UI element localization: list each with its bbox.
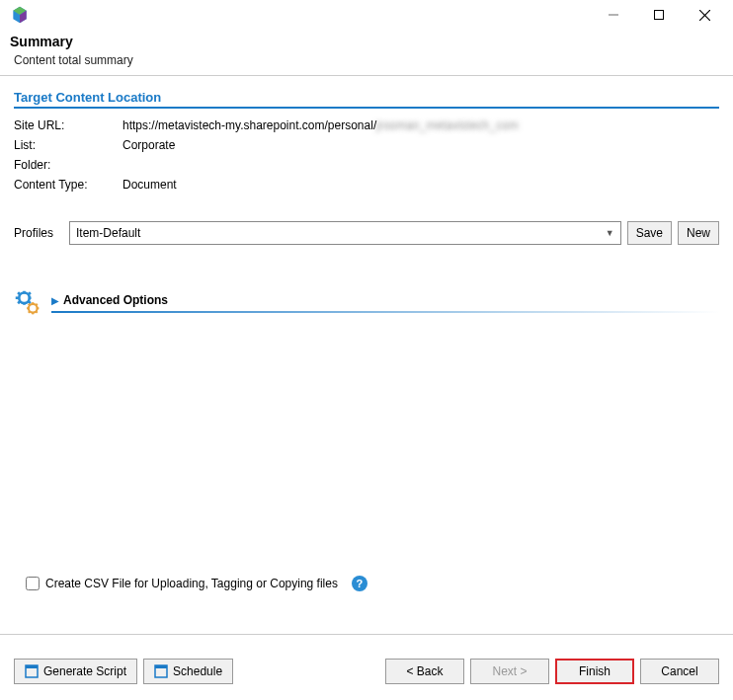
list-row: List: Corporate bbox=[14, 138, 719, 152]
advanced-options-label: Advanced Options bbox=[63, 293, 168, 307]
site-url-visible: https://metavistech-my.sharepoint.com/pe… bbox=[122, 118, 376, 132]
profiles-selected-value: Item-Default bbox=[76, 226, 140, 240]
list-label: List: bbox=[14, 138, 122, 152]
window-controls bbox=[591, 0, 727, 30]
target-section-title: Target Content Location bbox=[14, 90, 719, 109]
profiles-select[interactable]: Item-Default ▼ bbox=[69, 221, 621, 245]
cancel-button[interactable]: Cancel bbox=[640, 659, 719, 684]
new-button[interactable]: New bbox=[678, 221, 719, 245]
svg-rect-17 bbox=[32, 302, 34, 304]
titlebar bbox=[0, 0, 733, 30]
content-area: Target Content Location Site URL: https:… bbox=[0, 76, 733, 317]
footer: Generate Script Schedule < Back Next > F… bbox=[14, 659, 719, 684]
profiles-label: Profiles bbox=[14, 226, 63, 240]
svg-rect-19 bbox=[27, 307, 29, 309]
generate-script-button[interactable]: Generate Script bbox=[14, 659, 137, 684]
svg-rect-11 bbox=[29, 296, 32, 299]
svg-rect-9 bbox=[23, 302, 26, 305]
svg-rect-26 bbox=[26, 665, 38, 668]
list-value: Corporate bbox=[122, 138, 175, 152]
minimize-button[interactable] bbox=[591, 0, 636, 30]
advanced-options-row: ▶ Advanced Options bbox=[14, 289, 719, 317]
close-button[interactable] bbox=[682, 0, 727, 30]
csv-checkbox-row: Create CSV File for Uploading, Tagging o… bbox=[26, 576, 367, 591]
app-logo-icon bbox=[10, 5, 30, 25]
gears-icon bbox=[14, 289, 41, 317]
folder-row: Folder: bbox=[14, 158, 719, 172]
page-subtitle: Content total summary bbox=[14, 53, 723, 67]
svg-rect-18 bbox=[32, 312, 34, 314]
site-url-label: Site URL: bbox=[14, 118, 122, 132]
schedule-icon bbox=[154, 664, 168, 678]
svg-rect-10 bbox=[16, 296, 19, 299]
page-title: Summary bbox=[10, 34, 723, 49]
profiles-row: Profiles Item-Default ▼ Save New bbox=[14, 221, 719, 245]
create-csv-label: Create CSV File for Uploading, Tagging o… bbox=[45, 577, 338, 590]
svg-rect-20 bbox=[37, 307, 39, 309]
script-icon bbox=[25, 664, 39, 678]
svg-rect-28 bbox=[155, 665, 167, 668]
chevron-down-icon: ▼ bbox=[606, 228, 614, 238]
site-url-row: Site URL: https://metavistech-my.sharepo… bbox=[14, 118, 719, 132]
next-button[interactable]: Next > bbox=[470, 659, 549, 684]
svg-point-7 bbox=[19, 293, 30, 304]
site-url-blurred: jrooman_metavistech_com bbox=[376, 118, 518, 132]
create-csv-checkbox[interactable] bbox=[26, 577, 40, 590]
svg-rect-8 bbox=[23, 291, 26, 294]
back-button[interactable]: < Back bbox=[385, 659, 464, 684]
svg-rect-4 bbox=[655, 11, 664, 20]
save-button[interactable]: Save bbox=[627, 221, 672, 245]
content-type-label: Content Type: bbox=[14, 178, 122, 192]
advanced-options-header[interactable]: ▶ Advanced Options bbox=[51, 293, 719, 313]
site-url-value: https://metavistech-my.sharepoint.com/pe… bbox=[122, 118, 519, 132]
footer-divider bbox=[0, 634, 733, 635]
content-type-value: Document bbox=[122, 178, 177, 192]
schedule-button[interactable]: Schedule bbox=[143, 659, 233, 684]
maximize-button[interactable] bbox=[636, 0, 682, 30]
help-icon[interactable]: ? bbox=[352, 576, 367, 591]
header: Summary Content total summary bbox=[0, 30, 733, 75]
finish-button[interactable]: Finish bbox=[555, 659, 634, 684]
content-type-row: Content Type: Document bbox=[14, 178, 719, 192]
folder-label: Folder: bbox=[14, 158, 122, 172]
generate-script-label: Generate Script bbox=[43, 664, 126, 678]
schedule-label: Schedule bbox=[173, 664, 222, 678]
expand-arrow-icon: ▶ bbox=[51, 295, 59, 306]
